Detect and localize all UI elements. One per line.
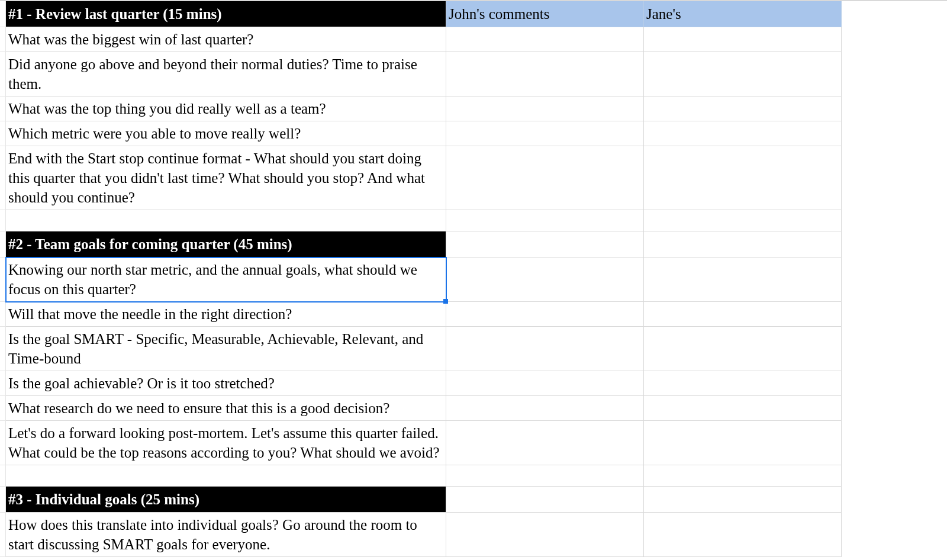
comment-cell[interactable] xyxy=(446,327,644,371)
comment-cell[interactable] xyxy=(644,421,842,465)
row-gutter xyxy=(0,421,6,465)
row-gutter xyxy=(0,231,6,258)
section-header[interactable]: #1 - Review last quarter (15 mins) xyxy=(6,1,446,27)
comment-cell[interactable] xyxy=(644,371,842,396)
comment-cell[interactable] xyxy=(644,96,842,121)
agenda-item-cell[interactable]: Which metric were you able to move reall… xyxy=(6,121,446,146)
row-gutter xyxy=(0,27,6,52)
row-gutter xyxy=(0,1,6,27)
agenda-item-cell[interactable]: What was the biggest win of last quarter… xyxy=(6,27,446,52)
row-gutter xyxy=(0,465,6,487)
comment-cell[interactable] xyxy=(446,121,644,146)
empty-cell[interactable] xyxy=(6,465,446,487)
row-gutter xyxy=(0,96,6,121)
comment-cell[interactable] xyxy=(446,231,644,258)
comment-cell[interactable] xyxy=(446,371,644,396)
comment-cell[interactable] xyxy=(446,487,644,513)
comment-cell[interactable] xyxy=(446,396,644,421)
comment-cell[interactable] xyxy=(644,52,842,96)
agenda-item-cell[interactable]: Is the goal SMART - Specific, Measurable… xyxy=(6,327,446,371)
row-gutter xyxy=(0,487,6,513)
agenda-item-cell[interactable]: What was the top thing you did really we… xyxy=(6,96,446,121)
column-header-comments-2[interactable]: Jane's xyxy=(644,1,842,27)
comment-cell[interactable] xyxy=(446,421,644,465)
row-gutter xyxy=(0,258,6,302)
comment-cell[interactable] xyxy=(644,327,842,371)
section-header[interactable]: #3 - Individual goals (25 mins) xyxy=(6,487,446,513)
comment-cell[interactable] xyxy=(644,231,842,258)
row-gutter xyxy=(0,371,6,396)
comment-cell[interactable] xyxy=(644,302,842,327)
comment-cell[interactable] xyxy=(644,396,842,421)
comment-cell[interactable] xyxy=(644,513,842,557)
comment-cell[interactable] xyxy=(446,302,644,327)
column-header-comments-1[interactable]: John's comments xyxy=(446,1,644,27)
row-gutter xyxy=(0,513,6,557)
agenda-item-cell-selected[interactable]: Knowing our north star metric, and the a… xyxy=(6,258,446,302)
comment-cell[interactable] xyxy=(644,465,842,487)
agenda-item-cell[interactable]: How does this translate into individual … xyxy=(6,513,446,557)
agenda-item-cell[interactable]: End with the Start stop continue format … xyxy=(6,146,446,210)
row-gutter xyxy=(0,52,6,96)
comment-cell[interactable] xyxy=(446,258,644,302)
comment-cell[interactable] xyxy=(644,210,842,231)
row-gutter xyxy=(0,146,6,210)
comment-cell[interactable] xyxy=(644,258,842,302)
comment-cell[interactable] xyxy=(644,146,842,210)
agenda-item-cell[interactable]: Let's do a forward looking post-mortem. … xyxy=(6,421,446,465)
row-gutter xyxy=(0,210,6,231)
row-gutter xyxy=(0,396,6,421)
comment-cell[interactable] xyxy=(446,146,644,210)
comment-cell[interactable] xyxy=(446,96,644,121)
spreadsheet-grid[interactable]: #1 - Review last quarter (15 mins) John'… xyxy=(0,0,947,557)
comment-cell[interactable] xyxy=(446,513,644,557)
row-gutter xyxy=(0,302,6,327)
empty-cell[interactable] xyxy=(6,210,446,231)
comment-cell[interactable] xyxy=(644,27,842,52)
comment-cell[interactable] xyxy=(644,487,842,513)
row-gutter xyxy=(0,121,6,146)
agenda-item-cell[interactable]: Is the goal achievable? Or is it too str… xyxy=(6,371,446,396)
comment-cell[interactable] xyxy=(446,210,644,231)
comment-cell[interactable] xyxy=(446,52,644,96)
agenda-item-cell[interactable]: Did anyone go above and beyond their nor… xyxy=(6,52,446,96)
comment-cell[interactable] xyxy=(446,27,644,52)
agenda-item-cell[interactable]: Will that move the needle in the right d… xyxy=(6,302,446,327)
comment-cell[interactable] xyxy=(644,121,842,146)
agenda-item-cell[interactable]: What research do we need to ensure that … xyxy=(6,396,446,421)
row-gutter xyxy=(0,327,6,371)
section-header[interactable]: #2 - Team goals for coming quarter (45 m… xyxy=(6,231,446,258)
comment-cell[interactable] xyxy=(446,465,644,487)
